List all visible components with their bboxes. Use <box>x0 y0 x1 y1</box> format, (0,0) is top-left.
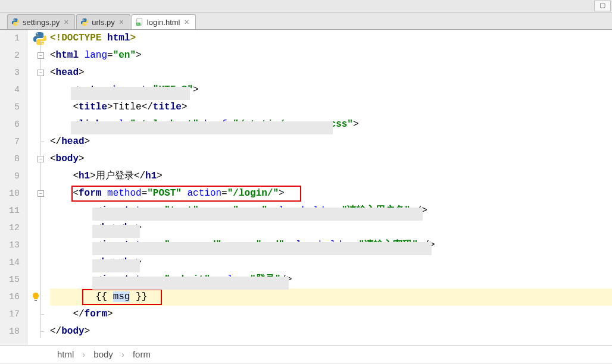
line-number: 5 <box>0 99 20 116</box>
breadcrumb[interactable]: body <box>93 349 113 359</box>
tab-settings[interactable]: settings.py × <box>7 14 75 29</box>
code-area[interactable]: <!DOCTYPE html> <html lang="en"> <head> … <box>50 30 612 345</box>
code-line: <h1>用户登录</h1> <box>50 168 612 185</box>
tab-bar: settings.py × urls.py × H login.html × <box>0 13 612 30</box>
code-line: <head> <box>50 64 612 81</box>
svg-text:H: H <box>138 23 139 26</box>
code-line: </head> <box>50 133 612 150</box>
line-number: 1 <box>0 30 20 47</box>
code-line: <link rel="stylesheet" href="/static/com… <box>50 116 612 133</box>
line-number: 6 <box>0 116 20 133</box>
lightbulb-icon[interactable] <box>31 292 40 302</box>
line-number: 13 <box>0 237 20 254</box>
chevron-right-icon: › <box>82 349 85 359</box>
close-icon[interactable]: × <box>183 17 190 27</box>
line-number: 15 <box>0 271 20 288</box>
tab-login-html[interactable]: H login.html × <box>132 14 196 29</box>
code-line: <meta charset="UTF-8"> <box>50 81 612 99</box>
breadcrumb[interactable]: html <box>57 349 74 359</box>
line-number: 11 <box>0 202 20 219</box>
svg-rect-9 <box>35 300 37 301</box>
title-bar: ▢ <box>0 0 612 13</box>
close-icon[interactable]: × <box>118 17 125 27</box>
fold-marker[interactable]: − <box>38 190 44 197</box>
svg-point-8 <box>42 43 43 45</box>
code-line: <input type="password" name="pwd" placeh… <box>50 237 612 254</box>
line-number: 17 <box>0 306 20 323</box>
line-number: 18 <box>0 323 20 340</box>
tab-label: settings.py <box>23 18 60 27</box>
svg-point-2 <box>83 19 84 20</box>
line-number: 16 <box>0 288 20 306</box>
fold-marker[interactable]: − <box>38 70 44 76</box>
code-line: <br><br> <box>50 254 612 271</box>
code-line: </body> <box>50 323 612 340</box>
code-line: <html lang="en"> <box>50 47 612 64</box>
fold-marker[interactable]: − <box>38 156 44 162</box>
line-number: 7 <box>0 133 20 150</box>
tab-label: urls.py <box>92 18 114 27</box>
breadcrumb[interactable]: form <box>133 349 151 359</box>
close-icon[interactable]: × <box>63 17 70 27</box>
line-number: 8 <box>0 150 20 168</box>
fold-column: − − − − <box>27 30 50 345</box>
python-icon <box>11 18 20 26</box>
line-number: 4 <box>0 81 20 99</box>
breadcrumb-bar: html › body › form <box>0 345 612 363</box>
code-line: <input type="submit" value="登录"/> <box>50 271 612 288</box>
tab-urls[interactable]: urls.py × <box>76 14 130 29</box>
line-number: 9 <box>0 168 20 185</box>
code-line: <title>Title</title> <box>50 99 612 116</box>
code-line: <!DOCTYPE html> <box>50 30 612 47</box>
fold-marker[interactable]: − <box>38 52 44 59</box>
html-icon: H <box>136 18 144 26</box>
line-number: 14 <box>0 254 20 271</box>
window-button[interactable]: ▢ <box>594 1 611 11</box>
code-line: <body> <box>50 150 612 168</box>
line-number: 12 <box>0 219 20 237</box>
python-icon <box>80 18 89 26</box>
tab-label: login.html <box>147 18 180 27</box>
line-number: 3 <box>0 64 20 81</box>
svg-point-1 <box>17 24 17 25</box>
svg-point-7 <box>37 33 38 34</box>
chevron-right-icon: › <box>121 349 124 359</box>
svg-point-3 <box>86 24 86 25</box>
code-line: <input type="text" name="user" placehold… <box>50 202 612 219</box>
python-file-icon <box>32 31 48 46</box>
code-line: </form> <box>50 306 612 323</box>
line-number: 2 <box>0 47 20 64</box>
editor-pane: 1 2 3 4 5 6 7 8 9 10 11 12 13 14 15 16 1… <box>0 30 612 345</box>
line-number: 10 <box>0 185 20 202</box>
svg-point-0 <box>14 19 14 20</box>
code-line: <br><br> <box>50 219 612 237</box>
line-gutter: 1 2 3 4 5 6 7 8 9 10 11 12 13 14 15 16 1… <box>0 30 27 345</box>
